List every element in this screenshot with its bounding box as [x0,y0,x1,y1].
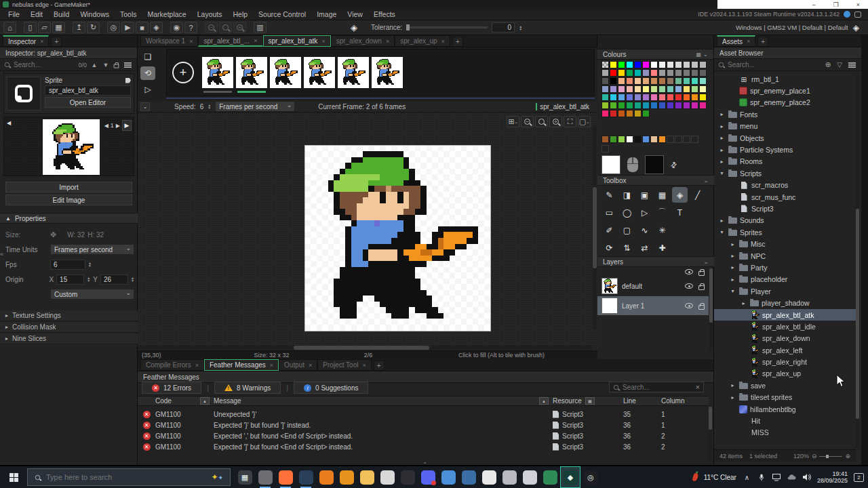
tab-spr-alex-down[interactable]: spr_alex_down× [331,35,395,47]
taskbar-app-steam[interactable] [296,466,316,488]
expand-icon[interactable]: ▸ [718,218,726,224]
open-editor-button[interactable]: Open Editor [45,97,131,108]
asset-tree-item-objects[interactable]: ▸Objects [714,132,856,144]
magic-wand-tool[interactable]: ✳ [654,222,670,238]
palette-swatch[interactable] [642,61,650,68]
close-icon[interactable]: × [321,38,325,45]
palette-swatch[interactable] [642,110,650,117]
help-button[interactable]: ? [184,22,197,33]
column-column[interactable]: Column [661,397,709,405]
pencil-tool[interactable]: ✎ [601,187,617,203]
taskbar-app-app-globe[interactable] [540,466,560,488]
asset-tree-item-npc[interactable]: ▸NPC [714,250,856,262]
rotate-tool[interactable]: ⟳ [601,240,617,256]
menu-help[interactable]: Help [227,10,253,18]
frame-thumbnail-6[interactable] [372,57,403,88]
pattern-brush-tool[interactable]: ▦ [654,187,670,203]
palette-swatch[interactable] [650,85,658,93]
home-button[interactable]: ⌂ [3,22,16,33]
taskbar-app-obs[interactable]: ◎ [580,466,601,488]
palette-swatch[interactable] [634,61,642,68]
user-avatar[interactable] [844,11,850,18]
palette-swatch[interactable] [601,110,609,117]
tab-output[interactable]: Output× [279,359,317,371]
palette-swatch[interactable] [618,94,625,101]
asset-tree-item-spr-alex-btl-atk[interactable]: spr_alex_btl_atk [714,309,856,321]
palette-swatch[interactable] [683,94,690,101]
palette-swatch[interactable] [683,85,690,93]
close-icon[interactable]: × [747,38,750,45]
palette-swatch[interactable] [683,77,690,85]
palette-swatch[interactable] [683,69,690,77]
menu-windows[interactable]: Windows [75,10,115,18]
add-frame-button[interactable]: + [172,62,194,83]
canvas-zoom-reset-button[interactable] [535,116,548,127]
sync-button[interactable]: ↻ [87,22,100,33]
palette-swatch[interactable] [691,85,698,93]
recent-swatch[interactable] [691,136,698,143]
timeline-track[interactable] [166,98,595,99]
asset-tree-item-misc[interactable]: ▸Misc [714,238,856,249]
palette-swatch[interactable] [699,61,707,68]
errors-filter-button[interactable]: ✕12 Errors [142,382,201,394]
edit-image-button[interactable]: Edit Image [5,195,132,205]
sprite-name-field[interactable]: spr_alex_btl_atk [45,85,131,96]
messages-scrollbar[interactable] [709,407,712,461]
zoom-in-icon[interactable]: ⊕ [845,453,850,460]
toolbox-header[interactable]: Toolbox⌄ [597,175,714,186]
maximize-button[interactable]: ❐ [833,1,839,8]
palette-swatch[interactable] [683,61,690,68]
palette-swatch[interactable] [642,85,650,93]
sprite-canvas[interactable] [305,146,490,331]
asset-tree-item-placeholder[interactable]: ▸placeholder [714,274,856,285]
palette-swatch[interactable] [601,61,609,68]
add-tab-button[interactable]: + [51,37,62,47]
palette-swatch[interactable] [675,85,682,93]
fill-tool[interactable]: ◈ [672,187,688,203]
grid-toggle-button[interactable]: ⊞⌄ [507,116,519,127]
run-button[interactable]: ▶ [121,22,134,33]
taskbar-app-app-light[interactable] [377,466,397,488]
taskbar-app-carrot-2[interactable] [336,466,357,488]
asset-tree-item-spr-enemy-place2[interactable]: spr_enemy_place2 [714,97,856,108]
fps-stepper[interactable]: ▲▼ [88,262,92,267]
palette-swatch[interactable] [642,102,650,109]
colours-header[interactable]: Colours ▦ ⌄ [597,49,713,60]
asset-tree-item-scripts[interactable]: ▾Scripts [714,167,856,179]
inspector-search-input[interactable] [14,61,75,68]
weather-label[interactable]: 11°C Clear [704,474,736,481]
recent-swatch[interactable] [601,136,609,143]
palette-swatch[interactable] [626,85,633,93]
frame-fwd-icon[interactable]: ▶ [116,123,120,129]
close-icon[interactable]: × [386,38,389,45]
section-collision-mask[interactable]: ▸Collision Mask [0,322,138,333]
close-icon[interactable]: × [40,38,43,45]
palette-swatch[interactable] [667,102,674,109]
taskbar-app-firefox[interactable] [275,466,296,488]
recent-swatch[interactable] [634,136,642,143]
asset-tree-item-rm-btl-1[interactable]: ⊞rm_btl_1 [714,73,856,85]
origin-y-field[interactable]: 26 [100,274,128,285]
taskbar-app-task-view[interactable]: ▦ [235,466,255,488]
marquee-select-tool[interactable]: ▢ [619,222,635,238]
tolerance-stepper[interactable]: ▲▼ [519,25,522,30]
asset-zoom-slider[interactable] [819,456,842,457]
time-units-dropdown[interactable]: Frames per second [215,101,295,112]
palette-swatch[interactable] [658,102,666,109]
taskbar-app-app-photos[interactable] [519,466,540,488]
palette-swatch[interactable] [675,61,682,68]
palette-swatch[interactable] [675,69,682,77]
tab-project-tool[interactable]: Project Tool× [317,359,371,371]
palette-swatch[interactable] [601,102,609,109]
palette-swatch[interactable] [601,69,609,77]
palette-swatch[interactable] [650,102,658,109]
palette-swatch[interactable] [634,85,642,93]
new-project-button[interactable]: ▯ [24,22,37,33]
frame-thumbnail-5[interactable] [338,57,369,88]
tab-compile-errors[interactable]: Compile Errors× [140,359,204,371]
palette-swatch[interactable] [626,77,633,85]
close-icon[interactable]: × [270,362,273,369]
fit-view-button[interactable]: ⛶ [564,116,576,127]
asset-tree-item-sprites[interactable]: ▾Sprites [714,226,856,238]
expand-icon[interactable]: ▸ [729,241,736,247]
